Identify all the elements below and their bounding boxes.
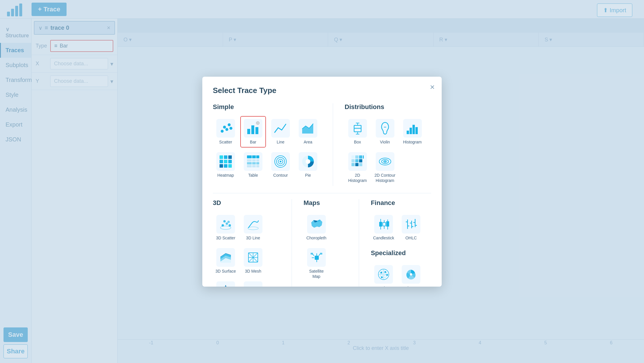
svg-point-63	[229, 224, 231, 227]
svg-rect-5	[247, 129, 250, 134]
cone-icon	[216, 281, 235, 286]
modal-title: Select Trace Type	[213, 86, 431, 95]
trace-type-histogram2d[interactable]: 2D Histogram	[345, 149, 370, 186]
pie-label: Pie	[305, 173, 311, 178]
svg-rect-44	[351, 155, 355, 159]
3d-section: 3D	[213, 199, 280, 286]
trace-type-scatter3d[interactable]: 3D Scatter	[213, 212, 239, 243]
svg-rect-80	[320, 253, 322, 255]
surface3d-label: 3D Surface	[215, 269, 236, 274]
trace-type-satellite[interactable]: Satellite Map	[304, 245, 329, 282]
pie-icon	[299, 152, 317, 171]
svg-rect-53	[359, 163, 362, 166]
simple-section-title: Simple	[213, 103, 321, 111]
simple-grid: Scatter	[213, 116, 321, 181]
svg-point-58	[220, 226, 231, 229]
svg-rect-85	[383, 222, 386, 226]
heatmap-label: Heatmap	[217, 173, 234, 178]
trace-type-polarscatter[interactable]: Polar Scatter	[371, 262, 396, 286]
trace-type-polarbar[interactable]: Polar Bar	[398, 262, 424, 286]
scatter-icon	[216, 119, 235, 138]
trace-type-scatter[interactable]: Scatter	[213, 116, 239, 148]
bottom-sections: 3D	[213, 199, 431, 286]
scatter3d-label: 3D Scatter	[216, 235, 235, 241]
line3d-label: 3D Line	[246, 235, 260, 241]
trace-type-surface3d[interactable]: 3D Surface	[213, 245, 239, 277]
svg-rect-17	[228, 160, 232, 163]
area-label: Area	[304, 139, 312, 145]
trace-type-histogram[interactable]: Histogram	[400, 116, 425, 148]
svg-point-62	[227, 221, 230, 223]
finance-section-title: Finance	[371, 199, 431, 207]
modal-close-button[interactable]: ×	[430, 83, 435, 92]
mesh3d-icon	[244, 248, 262, 267]
finance-grid: Candlestick	[371, 212, 431, 243]
trace-type-choropleth[interactable]: Choropleth	[304, 212, 329, 243]
svg-rect-16	[224, 160, 227, 163]
trace-type-atlas[interactable]: Atlas Map	[304, 284, 329, 287]
svg-rect-45	[355, 155, 358, 159]
trace-type-table[interactable]: Table	[240, 149, 266, 181]
svg-point-32	[306, 159, 310, 164]
specialized-section-title: Specialized	[371, 249, 431, 257]
svg-rect-48	[351, 159, 355, 162]
svg-point-30	[280, 161, 281, 162]
trace-type-area[interactable]: Area	[295, 116, 321, 148]
histogram2d-icon	[348, 152, 367, 171]
vertical-divider-right	[359, 199, 359, 286]
trace-type-cone[interactable]: Cone	[213, 278, 239, 286]
trace-type-contour[interactable]: Contour	[268, 149, 293, 181]
box-label: Box	[354, 139, 361, 145]
scatter3d-icon	[216, 215, 235, 234]
trace-type-bar[interactable]: Bar	[240, 116, 266, 148]
svg-rect-40	[407, 131, 409, 134]
svg-point-107	[380, 272, 382, 273]
distributions-grid: Box Violin	[345, 116, 431, 186]
svg-point-4	[229, 127, 232, 130]
trace-type-box[interactable]: Box	[345, 116, 370, 148]
choropleth-icon	[307, 215, 326, 234]
svg-rect-88	[386, 221, 389, 227]
specialized-grid: Polar Scatter	[371, 262, 431, 286]
svg-rect-22	[247, 159, 259, 162]
3d-section-title: 3D	[213, 199, 280, 207]
trace-type-mesh3d[interactable]: 3D Mesh	[240, 245, 266, 277]
trace-type-candlestick[interactable]: Candlestick	[371, 212, 396, 243]
svg-point-0	[221, 130, 224, 133]
polarbar-icon	[402, 265, 420, 284]
candlestick-icon	[374, 215, 393, 234]
histogram-label: Histogram	[403, 139, 422, 145]
trace-type-streamtube[interactable]: Streamtube	[240, 278, 266, 286]
trace-type-pie[interactable]: Pie	[295, 149, 321, 181]
polarscatter-icon	[374, 265, 393, 284]
trace-type-heatmap[interactable]: Heatmap	[213, 149, 239, 181]
trace-type-violin[interactable]: Violin	[372, 116, 398, 148]
svg-rect-82	[379, 222, 382, 227]
svg-rect-23	[247, 162, 259, 164]
trace-type-ohlc[interactable]: OHLC	[398, 212, 424, 243]
svg-rect-13	[224, 155, 227, 159]
streamtube-icon	[244, 281, 262, 286]
maps-grid: Choropleth	[304, 212, 347, 286]
trace-type-line3d[interactable]: 3D Line	[240, 212, 266, 243]
trace-type-line[interactable]: Line	[268, 116, 293, 148]
svg-rect-43	[415, 127, 418, 134]
svg-rect-46	[359, 155, 362, 159]
svg-rect-18	[220, 164, 223, 168]
trace-type-histogram2dcontour[interactable]: 2D Contour Histogram	[372, 149, 398, 186]
violin-label: Violin	[380, 139, 390, 145]
specialized-section: Specialized	[371, 249, 431, 286]
table-label: Table	[248, 173, 258, 178]
section-divider-1	[213, 193, 431, 193]
svg-point-3	[228, 123, 231, 126]
vertical-divider-top	[333, 103, 333, 186]
svg-rect-78	[311, 253, 313, 255]
svg-point-106	[381, 276, 383, 278]
section-spacer	[371, 243, 431, 249]
candlestick-label: Candlestick	[373, 235, 394, 241]
choropleth-label: Choropleth	[307, 235, 327, 241]
svg-point-1	[223, 126, 226, 129]
vertical-divider-mid	[292, 199, 292, 286]
finance-specialized-col: Finance	[371, 199, 431, 286]
svg-rect-6	[251, 125, 254, 134]
